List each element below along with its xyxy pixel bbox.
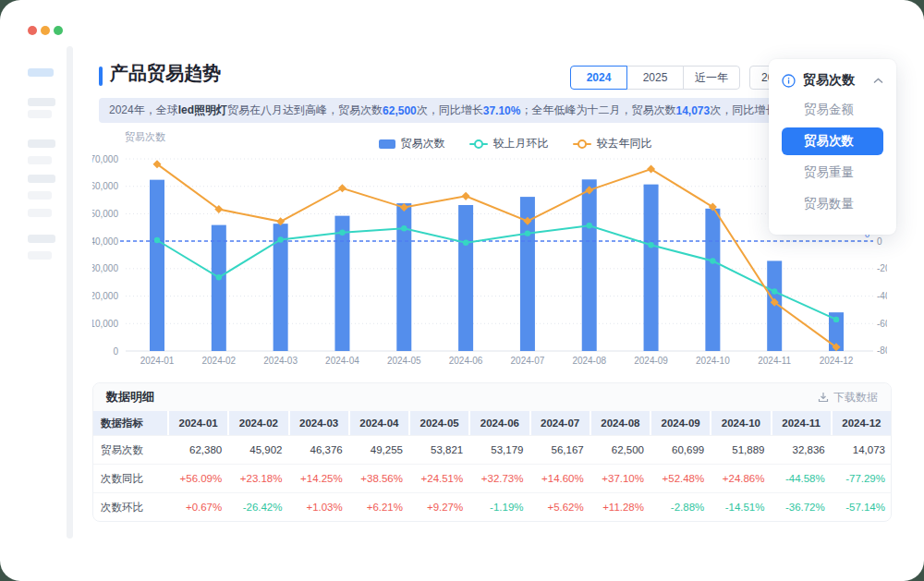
table-cell: +32.73% bbox=[470, 465, 529, 492]
mom-point-2024-03[interactable] bbox=[277, 236, 283, 242]
x-axis-tick: 2024-07 bbox=[511, 356, 545, 366]
left-axis-tick: 20,000 bbox=[92, 291, 118, 301]
skeleton-bar bbox=[28, 235, 55, 243]
year-filter-近一年[interactable]: 近一年 bbox=[683, 66, 740, 90]
table-cell: -26.42% bbox=[229, 493, 287, 521]
table-cell: 49,255 bbox=[350, 436, 408, 464]
minimize-window-icon[interactable] bbox=[41, 26, 50, 35]
left-axis-tick: 60,000 bbox=[92, 181, 118, 191]
skeleton-bar bbox=[28, 68, 54, 77]
x-axis-tick: 2024-04 bbox=[325, 356, 359, 366]
yoy-point-2024-06[interactable] bbox=[462, 192, 470, 200]
metric-option-贸易重量[interactable]: 贸易重量 bbox=[782, 159, 883, 187]
table-cell: 56,167 bbox=[531, 436, 590, 464]
column-header: 2024-05 bbox=[410, 411, 468, 435]
skeleton-bar bbox=[28, 98, 55, 106]
table-cell: +9.27% bbox=[410, 493, 468, 521]
download-data-button[interactable]: 下载数据 bbox=[818, 390, 878, 405]
table-cell: 14,073 bbox=[833, 436, 891, 464]
right-axis-tick: -40 bbox=[877, 291, 887, 301]
bar-2024-02[interactable] bbox=[212, 225, 226, 351]
table-cell: +52.48% bbox=[651, 465, 710, 492]
year-segmented-control: 20242025近一年 bbox=[570, 66, 740, 90]
close-window-icon[interactable] bbox=[28, 26, 37, 35]
table-cell: 46,376 bbox=[290, 436, 348, 464]
table-cell: -57.14% bbox=[833, 493, 891, 521]
column-header: 数据指标 bbox=[93, 411, 167, 435]
info-circle-icon bbox=[782, 74, 796, 88]
x-axis-tick: 2024-10 bbox=[696, 356, 730, 366]
column-header: 2024-11 bbox=[772, 411, 831, 435]
data-table-card: 数据明细 下载数据 数据指标2024-012024-022024-032024-… bbox=[92, 382, 892, 522]
mom-point-2024-01[interactable] bbox=[154, 237, 160, 243]
mom-point-2024-02[interactable] bbox=[216, 274, 222, 280]
skeleton-bar bbox=[28, 251, 52, 260]
skeleton-bar bbox=[28, 209, 52, 217]
skeleton-bar bbox=[28, 191, 52, 200]
bar-2024-08[interactable] bbox=[582, 179, 597, 351]
left-axis-tick: 0 bbox=[113, 346, 118, 357]
column-header: 2024-10 bbox=[711, 411, 770, 435]
maximize-window-icon[interactable] bbox=[54, 26, 63, 35]
metric-dropdown-panel: 贸易次数 贸易金额贸易次数贸易重量贸易数量 bbox=[769, 59, 896, 235]
x-axis-tick: 2024-05 bbox=[387, 356, 421, 366]
table-cell: +11.28% bbox=[591, 493, 650, 521]
table-cell: 53,179 bbox=[470, 436, 529, 464]
mom-point-2024-09[interactable] bbox=[648, 242, 653, 248]
banner-text: 次，同比增长 bbox=[417, 103, 483, 118]
mom-point-2024-11[interactable] bbox=[772, 288, 777, 294]
column-header: 2024-08 bbox=[591, 411, 650, 435]
table-body: 数据指标2024-012024-022024-032024-042024-052… bbox=[93, 411, 891, 521]
bar-2024-01[interactable] bbox=[150, 180, 164, 351]
x-axis-tick: 2024-03 bbox=[263, 356, 298, 366]
table-cell: +1.03% bbox=[290, 493, 348, 521]
metric-option-贸易数量[interactable]: 贸易数量 bbox=[782, 190, 883, 218]
table-cell: -77.29% bbox=[833, 465, 891, 492]
x-axis-tick: 2024-01 bbox=[140, 356, 175, 366]
table-cell: +14.25% bbox=[290, 465, 348, 492]
mom-point-2024-06[interactable] bbox=[463, 240, 468, 246]
line-orange-swatch-icon bbox=[573, 139, 591, 149]
right-axis-tick: -80 bbox=[877, 345, 887, 356]
window-controls bbox=[28, 26, 63, 35]
table-cell: +56.09% bbox=[169, 465, 227, 492]
mom-point-2024-04[interactable] bbox=[339, 230, 345, 236]
page-title: 产品贸易趋势 bbox=[110, 61, 221, 86]
trend-chart[interactable]: 010,00020,00030,00040,00050,00060,00070,… bbox=[92, 148, 887, 375]
banner-text: 次，同比增长 bbox=[710, 103, 776, 118]
x-axis-tick: 2024-09 bbox=[634, 356, 668, 366]
column-header: 2024-04 bbox=[350, 411, 408, 435]
table-cell: 32,836 bbox=[772, 436, 831, 464]
bar-2024-10[interactable] bbox=[705, 209, 720, 351]
mom-point-2024-05[interactable] bbox=[401, 225, 407, 231]
skeleton-bar bbox=[28, 139, 55, 148]
column-header: 2024-06 bbox=[470, 411, 529, 435]
banner-text: 62,500 bbox=[383, 104, 417, 117]
right-axis-tick: -20 bbox=[877, 263, 887, 273]
metric-dropdown-trigger[interactable]: 贸易次数 bbox=[782, 72, 883, 89]
column-header: 2024-12 bbox=[833, 411, 891, 435]
mom-point-2024-07[interactable] bbox=[525, 230, 530, 236]
row-label: 次数环比 bbox=[93, 493, 167, 521]
metric-option-贸易金额[interactable]: 贸易金额 bbox=[782, 96, 883, 124]
yoy-point-2024-09[interactable] bbox=[647, 165, 655, 174]
skeleton-bar bbox=[28, 175, 55, 183]
row-label: 次数同比 bbox=[93, 465, 167, 492]
x-axis-tick: 2024-12 bbox=[820, 356, 854, 366]
bar-2024-09[interactable] bbox=[644, 185, 659, 351]
left-axis-tick: 50,000 bbox=[92, 209, 118, 219]
yoy-point-2024-04[interactable] bbox=[338, 184, 346, 192]
bar-2024-06[interactable] bbox=[458, 205, 473, 351]
table-cell: +14.60% bbox=[531, 465, 590, 492]
left-axis-tick: 10,000 bbox=[92, 319, 118, 329]
year-filter-2025[interactable]: 2025 bbox=[626, 66, 684, 90]
metric-option-贸易次数[interactable]: 贸易次数 bbox=[782, 127, 883, 155]
table-cell: +0.67% bbox=[169, 493, 227, 521]
mom-point-2024-10[interactable] bbox=[710, 258, 715, 263]
year-filter-2024[interactable]: 2024 bbox=[570, 66, 627, 90]
mom-point-2024-08[interactable] bbox=[587, 223, 592, 228]
bar-2024-04[interactable] bbox=[334, 216, 349, 351]
skeleton-bar bbox=[28, 110, 52, 118]
mom-point-2024-12[interactable] bbox=[833, 317, 839, 322]
table-cell: 62,380 bbox=[169, 436, 227, 464]
